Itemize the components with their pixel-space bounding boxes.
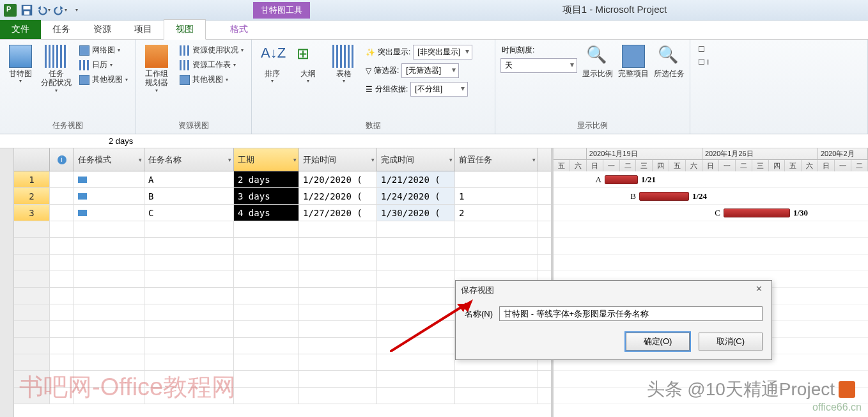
undo-icon[interactable]: ▾ (36, 3, 51, 18)
highlight-combo[interactable]: [非突出显示] (413, 45, 472, 59)
table-row[interactable]: 1 A 2 days 1/20/2020 ( 1/21/2020 ( (14, 171, 551, 188)
zoom-button[interactable]: 🔍显示比例 (581, 42, 614, 119)
col-duration[interactable]: 工期▾ (234, 148, 299, 171)
group-data: A↓Z排序▾ ⊞大纲▾ 表格▾ ✨突出显示:[非突出显示] ▽筛选器:[无筛选器… (252, 40, 495, 134)
resource-usage-button[interactable]: 资源使用状况▾ (177, 43, 246, 57)
tab-task[interactable]: 任务 (41, 20, 82, 39)
app-icon[interactable] (3, 3, 18, 18)
svg-rect-1 (24, 6, 31, 10)
checkbox-1[interactable]: ☐ (695, 43, 711, 55)
network-diagram-button[interactable]: 网络图▾ (77, 43, 130, 57)
col-indicators[interactable]: i (50, 148, 74, 171)
view-name-input[interactable] (499, 306, 763, 321)
col-predecessors[interactable]: 前置任务▾ (455, 148, 538, 171)
title-bar: ▾ ▾ ▾ 甘特图工具 项目1 - Microsoft Project (0, 0, 868, 20)
save-icon[interactable] (19, 3, 35, 18)
window-title: 项目1 - Microsoft Project (361, 4, 868, 16)
table-row[interactable]: 3 C 4 days 1/27/2020 ( 1/30/2020 ( 2 (14, 205, 551, 221)
group-resource-views: 工作组 规划器▾ 资源使用状况▾ 资源工作表▾ 其他视图▾ 资源视图 (136, 40, 252, 134)
gantt-bar[interactable]: B1/24 (639, 192, 689, 201)
auto-schedule-icon (78, 210, 87, 216)
redo-icon[interactable]: ▾ (52, 3, 68, 18)
cancel-button[interactable]: 取消(C) (699, 333, 763, 350)
svg-rect-2 (24, 11, 29, 15)
task-usage-button[interactable]: 任务 分配状况▾ (40, 42, 73, 119)
selected-tasks-button[interactable]: 🔍所选任务 (653, 42, 686, 119)
table-row[interactable]: 2 B 3 days 1/22/2020 ( 1/24/2020 ( 1 (14, 188, 551, 205)
filter-icon: ▽ (366, 67, 371, 75)
gantt-row[interactable]: A1/21 (554, 171, 868, 188)
col-finish[interactable]: 完成时间▾ (377, 148, 455, 171)
view-bar[interactable]: 甘特图 (0, 148, 14, 417)
sort-button[interactable]: A↓Z排序▾ (256, 42, 289, 119)
ok-button[interactable]: 确定(O) (626, 333, 690, 350)
save-view-dialog: 保存视图 ✕ 名称(N) 确定(O) 取消(C) (455, 280, 772, 360)
other-views-2-button[interactable]: 其他视图▾ (177, 73, 246, 86)
col-task-name[interactable]: 任务名称▾ (144, 148, 234, 171)
entry-bar[interactable]: 2 days (0, 134, 868, 148)
gantt-timescale[interactable]: 2020年1月19日2020年1月26日2020年2月 五六日一二三四五六日一二… (554, 148, 868, 171)
filter-combo[interactable]: [无筛选器] (401, 63, 459, 78)
group-task-views: 甘特图▾ 任务 分配状况▾ 网络图▾ 日历▾ 其他视图▾ 任务视图 (0, 40, 136, 134)
outline-button[interactable]: ⊞大纲▾ (291, 42, 325, 119)
qat-customize-icon[interactable]: ▾ (69, 3, 84, 18)
col-task-mode[interactable]: 任务模式▾ (74, 148, 144, 171)
name-label: 名称(N) (465, 308, 493, 320)
entire-project-button[interactable]: 完整项目 (617, 42, 650, 119)
group-combo[interactable]: [不分组] (410, 82, 468, 97)
group-icon: ☰ (366, 85, 373, 94)
highlight-icon: ✨ (366, 48, 375, 57)
gantt-bar[interactable]: C1/30 (724, 208, 790, 217)
grid-header: i 任务模式▾ 任务名称▾ 工期▾ 开始时间▾ 完成时间▾ 前置任务▾ (14, 148, 551, 171)
calendar-button[interactable]: 日历▾ (77, 58, 130, 72)
timescale-combo[interactable]: 天 (500, 58, 577, 73)
watermark-3: office66.cn (812, 402, 862, 413)
contextual-tab-label: 甘特图工具 (253, 2, 310, 19)
info-icon: i (58, 155, 66, 164)
close-icon[interactable]: ✕ (751, 284, 766, 297)
quick-access-toolbar: ▾ ▾ ▾ (0, 3, 87, 18)
resource-sheet-button[interactable]: 资源工作表▾ (177, 58, 246, 72)
tab-resource[interactable]: 资源 (82, 20, 123, 39)
gantt-bar[interactable]: A1/21 (605, 175, 638, 184)
tab-file[interactable]: 文件 (0, 20, 41, 39)
ribbon: 甘特图▾ 任务 分配状况▾ 网络图▾ 日历▾ 其他视图▾ 任务视图 工作组 规划… (0, 40, 868, 134)
gantt-chart-button[interactable]: 甘特图▾ (4, 42, 37, 119)
team-planner-button[interactable]: 工作组 规划器▾ (140, 42, 173, 119)
dialog-title: 保存视图 (461, 285, 494, 296)
auto-schedule-icon (78, 193, 87, 200)
tab-project[interactable]: 项目 (123, 20, 164, 39)
ribbon-tabs: 文件 任务 资源 项目 视图 格式 (0, 20, 868, 40)
gantt-row[interactable]: B1/24 (554, 188, 868, 205)
gantt-row[interactable]: C1/30 (554, 205, 868, 221)
tab-view[interactable]: 视图 (164, 19, 206, 40)
col-rownum[interactable] (14, 148, 50, 171)
group-zoom: 时间刻度: 天 🔍显示比例 完整项目 🔍所选任务 显示比例 (495, 40, 690, 134)
checkbox-2[interactable]: ☐ ⅰ (695, 56, 711, 68)
col-start[interactable]: 开始时间▾ (299, 148, 377, 171)
other-views-button[interactable]: 其他视图▾ (77, 73, 130, 86)
tables-button[interactable]: 表格▾ (327, 42, 360, 119)
tab-format[interactable]: 格式 (219, 20, 260, 39)
auto-schedule-icon (78, 177, 87, 183)
